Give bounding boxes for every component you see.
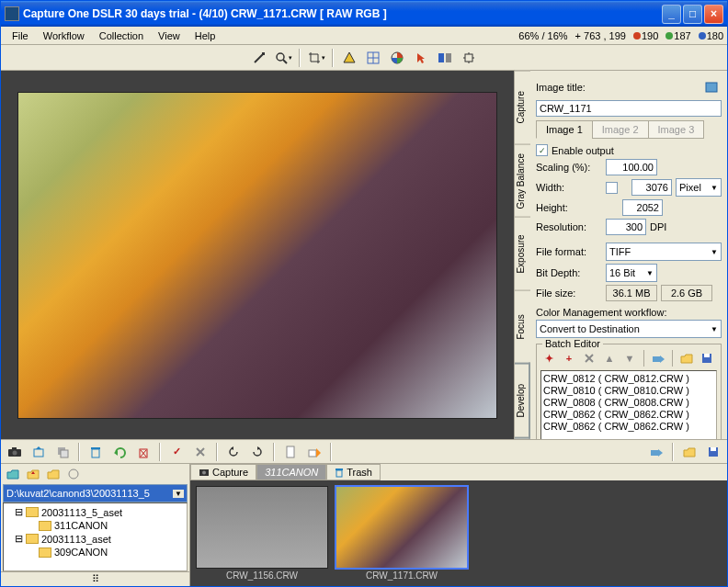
batch-plus-button[interactable]: + (561, 350, 577, 367)
svg-rect-42 (309, 450, 316, 457)
svg-rect-17 (706, 83, 717, 92)
tree-label[interactable]: 311CANON (54, 520, 108, 531)
svg-rect-20 (653, 356, 660, 362)
cancel-icon[interactable] (190, 442, 210, 462)
batch-add-button[interactable]: ✦ (540, 350, 557, 367)
folder-resize-handle[interactable]: ⠿ (1, 571, 189, 586)
home-folder-icon[interactable] (5, 466, 21, 482)
refresh-folder-icon[interactable] (65, 466, 82, 482)
copy-icon[interactable] (52, 442, 73, 462)
image-title-input[interactable] (536, 100, 722, 117)
save-all-icon[interactable] (703, 442, 723, 462)
red-value: 190 (642, 30, 658, 41)
new-folder-icon[interactable] (45, 466, 62, 482)
crop-tool[interactable]: ▾ (306, 48, 326, 68)
process-icon[interactable] (646, 442, 666, 462)
thumbnail-selected[interactable]: CRW_1171.CRW (336, 486, 468, 581)
fit-tool[interactable] (459, 48, 479, 68)
tab-gray-balance[interactable]: Gray Balance (515, 144, 530, 218)
path-select[interactable]: D:\kuvat2\canond3\20031113_5▼ (3, 484, 188, 502)
thumb-tab-folder[interactable]: 311CANON (256, 464, 326, 480)
tree-label[interactable]: 20031113_5_aset (41, 507, 122, 518)
warning-tool[interactable] (339, 48, 359, 68)
menu-help[interactable]: Help (188, 28, 223, 43)
menu-view[interactable]: View (151, 28, 188, 43)
batch-item[interactable]: CRW_0808 ( CRW_0808.CRW ) (543, 397, 714, 409)
tab-focus[interactable]: Focus (515, 290, 530, 364)
svg-point-49 (69, 469, 78, 479)
file-format-select[interactable]: TIFF▼ (606, 243, 722, 261)
unit-select[interactable]: Pixel▼ (676, 178, 722, 197)
lock-aspect-checkbox[interactable] (606, 182, 618, 194)
enable-output-checkbox[interactable]: ✓ (536, 144, 548, 156)
menu-collection[interactable]: Collection (92, 28, 151, 43)
zoom-tool[interactable]: ▾ (273, 48, 293, 68)
export-icon[interactable] (304, 442, 324, 462)
thumbnail-image (196, 486, 328, 569)
maximize-button[interactable]: □ (683, 5, 702, 24)
check-icon[interactable]: ✓ (166, 442, 187, 462)
minimize-button[interactable]: _ (662, 5, 681, 24)
tree-collapse-icon[interactable]: ⊟ (15, 533, 23, 545)
batch-down-button[interactable]: ▼ (621, 350, 638, 367)
svg-rect-47 (711, 447, 716, 451)
tab-develop[interactable]: Develop (515, 363, 530, 439)
scaling-label: Scaling (%): (536, 162, 602, 173)
tree-collapse-icon[interactable]: ⊟ (15, 506, 23, 518)
menu-file[interactable]: File (5, 28, 36, 43)
batch-item[interactable]: CRW_0812 ( CRW_0812.CRW ) (543, 373, 714, 385)
rotate-right-icon[interactable] (247, 442, 267, 462)
delete-forever-icon[interactable] (133, 442, 154, 462)
thumb-tab-capture[interactable]: Capture (190, 464, 256, 480)
svg-rect-31 (92, 449, 99, 457)
batch-item[interactable]: CRW_0862 ( CRW_0862.CRW ) (543, 409, 714, 421)
blue-dot-icon (699, 32, 706, 40)
main-toolbar: ▾ ▾ (1, 45, 727, 71)
tree-label[interactable]: 20031113_aset (41, 534, 111, 545)
tree-label[interactable]: 309CANON (54, 547, 108, 558)
color-tool[interactable] (387, 48, 407, 68)
batch-open-button[interactable] (678, 350, 695, 367)
height-input[interactable] (622, 199, 663, 216)
open-folder-icon[interactable] (679, 442, 700, 462)
batch-item[interactable]: CRW_0862 ( CRW_0862.CRW ) (543, 421, 714, 433)
batch-remove-button[interactable] (581, 350, 597, 367)
grid-tool[interactable] (363, 48, 383, 68)
width-input[interactable] (631, 179, 672, 196)
thumbnail-image (336, 486, 468, 569)
batch-list[interactable]: CRW_0812 ( CRW_0812.CRW ) CRW_0810 ( CRW… (540, 370, 717, 439)
panel-settings-icon[interactable] (701, 77, 722, 97)
menu-workflow[interactable]: Workflow (36, 28, 92, 43)
trash-icon (335, 468, 344, 478)
close-button[interactable]: × (704, 5, 723, 24)
batch-save-button[interactable] (699, 350, 715, 367)
cm-workflow-select[interactable]: Convert to Destination▼ (536, 320, 722, 338)
bit-depth-select[interactable]: 16 Bit▼ (606, 264, 657, 282)
batch-up-button[interactable]: ▲ (601, 350, 618, 367)
scaling-input[interactable] (606, 159, 657, 175)
image-viewer[interactable] (1, 71, 514, 439)
batch-process-button[interactable] (650, 350, 666, 367)
thumbnail[interactable]: CRW_1156.CRW (196, 486, 328, 581)
resolution-input[interactable] (606, 219, 646, 235)
tab-image-1[interactable]: Image 1 (536, 120, 593, 139)
restore-icon[interactable] (109, 442, 130, 462)
red-dot-icon (633, 32, 641, 40)
eyedropper-tool[interactable] (249, 48, 269, 68)
up-folder-icon[interactable] (25, 466, 41, 482)
svg-rect-11 (446, 53, 451, 62)
doc-icon[interactable] (280, 442, 301, 462)
trash-icon[interactable] (85, 442, 106, 462)
camera-icon[interactable] (5, 442, 25, 462)
tab-image-2[interactable]: Image 2 (592, 120, 649, 139)
pointer-tool[interactable] (411, 48, 431, 68)
thumb-tab-trash[interactable]: Trash (326, 464, 381, 480)
tab-image-3[interactable]: Image 3 (648, 120, 705, 139)
rotate-left-icon[interactable] (223, 442, 244, 462)
folder-tree[interactable]: ⊟20031113_5_aset 311CANON ⊟20031113_aset… (3, 502, 188, 571)
tab-exposure[interactable]: Exposure (515, 217, 530, 290)
import-icon[interactable] (28, 442, 49, 462)
batch-item[interactable]: CRW_0810 ( CRW_0810.CRW ) (543, 385, 714, 397)
compare-tool[interactable] (435, 48, 455, 68)
tab-capture[interactable]: Capture (515, 71, 530, 144)
